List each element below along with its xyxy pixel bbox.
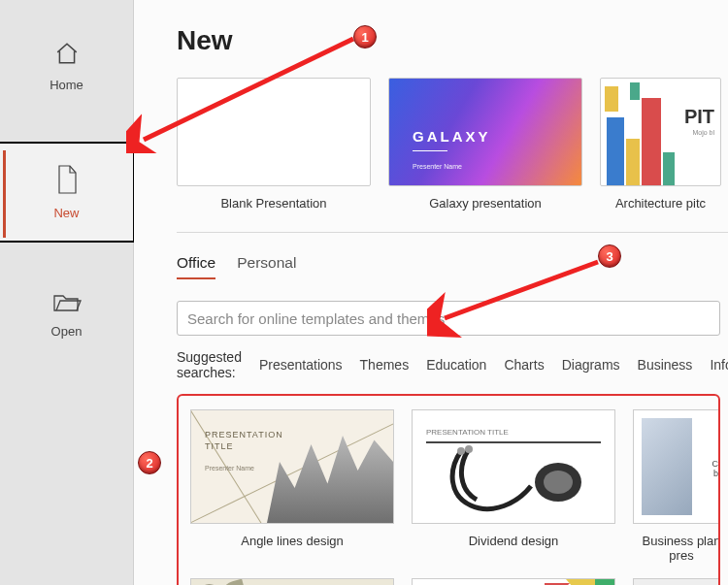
template-search-input[interactable] (187, 310, 710, 327)
template-thumb (412, 578, 615, 585)
template-label: Blank Presentation (177, 196, 371, 211)
suggested-link-charts[interactable]: Charts (504, 357, 544, 373)
results-row: PRESENTATION TITLE Presenter Name Angle … (190, 409, 707, 563)
template-label: Architecture pitc (600, 196, 721, 211)
thumb-sub: Mojo bl (692, 129, 714, 136)
tab-personal[interactable]: Personal (237, 254, 296, 279)
main-panel: New Blank Presentation GALAXY Presenter … (134, 0, 728, 585)
template-search-box[interactable] (177, 301, 720, 336)
suggested-link-themes[interactable]: Themes (360, 357, 410, 373)
template-thumb: GALAXY Presenter Name (388, 78, 582, 186)
template-label: Galaxy presentation (388, 196, 582, 211)
tab-office[interactable]: Office (177, 254, 215, 279)
suggested-searches: Suggested searches: Presentations Themes… (177, 349, 728, 380)
template-label: Business plan pres (633, 534, 720, 563)
suggested-link-business[interactable]: Business (638, 357, 693, 373)
svg-point-1 (544, 471, 573, 494)
template-label: Angle lines design (190, 534, 394, 548)
sidebar-item-new[interactable]: New (0, 144, 133, 241)
suggested-link-diagrams[interactable]: Diagrams (562, 357, 620, 373)
template-thumb: Co bu (633, 409, 720, 524)
callout-2: 2 (138, 451, 161, 474)
thumb-presenter: Presenter Name (413, 163, 462, 170)
folder-open-icon (0, 291, 133, 316)
template-dividend[interactable]: PRESENTATION TITLE Dividend design (412, 409, 615, 563)
suggested-link-education[interactable]: Education (426, 357, 486, 373)
template-galaxy[interactable]: GALAXY Presenter Name Galaxy presentatio… (388, 78, 582, 211)
template-thumb (177, 78, 371, 186)
callout-1: 1 (353, 25, 377, 49)
thumb-underline (413, 150, 447, 151)
template-thumb: PRESENTATION TITLE (412, 409, 615, 524)
template-thumb: PRESENTATION TITLE Presenter Name (190, 409, 394, 524)
page-title: New (177, 25, 728, 56)
thumb-sub: Presenter Name (205, 465, 254, 471)
source-tabs: Office Personal (177, 254, 728, 279)
template-business-plan[interactable]: Co bu Business plan pres (633, 409, 720, 563)
sidebar-item-label: Home (50, 78, 83, 92)
template-thumb (633, 578, 720, 585)
thumb-line2: TITLE (205, 441, 234, 451)
thumb-line1: PRESENTATION (205, 430, 283, 439)
sidebar-item-home[interactable]: Home (0, 27, 133, 107)
results-frame: PRESENTATION TITLE Presenter Name Angle … (177, 394, 720, 585)
top-templates-row: Blank Presentation GALAXY Presenter Name… (177, 78, 728, 233)
new-document-icon (0, 165, 133, 198)
home-icon (0, 41, 133, 70)
suggested-link-info[interactable]: Info (710, 357, 728, 373)
svg-point-3 (465, 445, 473, 453)
template-label: Dividend design (412, 534, 615, 548)
sidebar-item-label: New (53, 206, 79, 220)
template-angle-lines[interactable]: PRESENTATION TITLE Presenter Name Angle … (190, 409, 394, 563)
thumb-title: GALAXY (413, 128, 491, 145)
template-row2-a[interactable] (190, 578, 394, 585)
template-blank-presentation[interactable]: Blank Presentation (177, 78, 371, 211)
sidebar-item-open[interactable]: Open (0, 277, 133, 353)
template-thumb: PIT Mojo bl (600, 78, 721, 186)
suggested-link-presentations[interactable]: Presentations (259, 357, 343, 373)
suggested-label: Suggested searches: (177, 349, 242, 380)
template-architecture[interactable]: PIT Mojo bl Architecture pitc (600, 78, 721, 211)
sidebar: Home New Open (0, 0, 134, 585)
callout-3: 3 (598, 244, 621, 268)
thumb-text: Co bu (711, 459, 720, 478)
template-row2-c[interactable] (633, 578, 720, 585)
svg-point-2 (457, 447, 465, 455)
thumb-title: PIT (684, 106, 714, 128)
sidebar-item-label: Open (51, 324, 83, 339)
results-row-2 (190, 578, 707, 585)
thumb-title: PRESENTATION TITLE (426, 428, 509, 437)
template-row2-b[interactable] (412, 578, 615, 585)
template-thumb (190, 578, 394, 585)
